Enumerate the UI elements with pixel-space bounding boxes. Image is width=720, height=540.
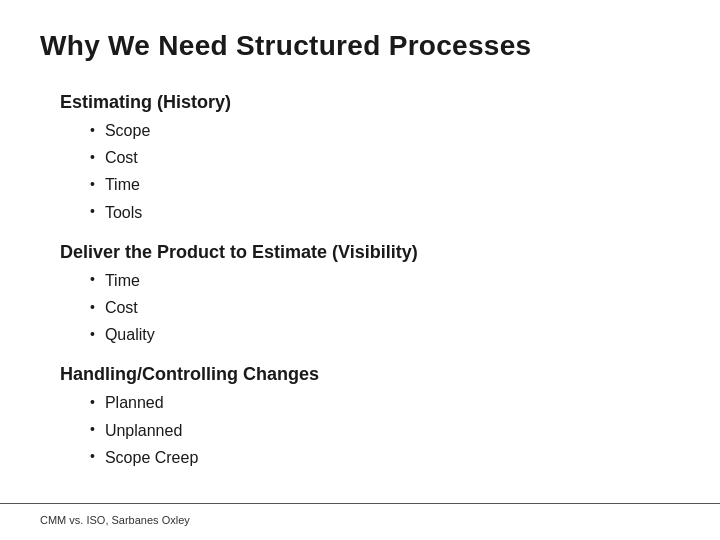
list-item: Time (90, 171, 680, 198)
bullet-list-1: Scope Cost Time Tools (60, 117, 680, 226)
footer-text: CMM vs. ISO, Sarbanes Oxley (40, 514, 190, 526)
list-item: Scope Creep (90, 444, 680, 471)
list-item: Scope (90, 117, 680, 144)
section-heading-2: Deliver the Product to Estimate (Visibil… (60, 242, 680, 263)
list-item: Unplanned (90, 417, 680, 444)
content-area: Estimating (History) Scope Cost Time Too… (40, 82, 680, 520)
list-item: Cost (90, 144, 680, 171)
slide-title: Why We Need Structured Processes (40, 30, 680, 62)
bullet-list-3: Planned Unplanned Scope Creep (60, 389, 680, 471)
section-heading-1: Estimating (History) (60, 92, 680, 113)
list-item: Cost (90, 294, 680, 321)
bullet-list-2: Time Cost Quality (60, 267, 680, 349)
slide-container: Why We Need Structured Processes Estimat… (0, 0, 720, 540)
list-item: Quality (90, 321, 680, 348)
list-item: Time (90, 267, 680, 294)
list-item: Tools (90, 199, 680, 226)
footer-divider (0, 503, 720, 504)
section-heading-3: Handling/Controlling Changes (60, 364, 680, 385)
list-item: Planned (90, 389, 680, 416)
